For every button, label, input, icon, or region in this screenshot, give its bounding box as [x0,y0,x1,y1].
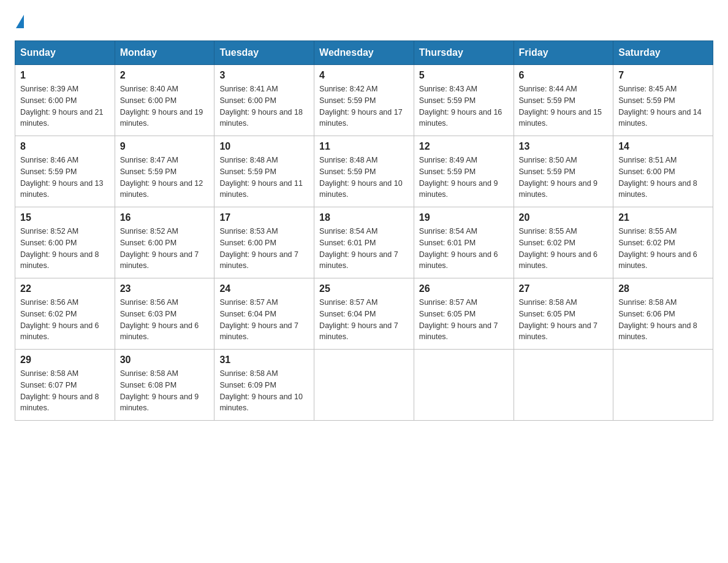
calendar-table: SundayMondayTuesdayWednesdayThursdayFrid… [15,40,713,421]
calendar-cell: 20 Sunrise: 8:55 AM Sunset: 6:02 PM Dayl… [514,207,613,278]
logo-triangle-icon [16,15,24,28]
day-info: Sunrise: 8:55 AM Sunset: 6:02 PM Dayligh… [519,226,609,272]
day-number: 4 [319,70,409,81]
day-info: Sunrise: 8:45 AM Sunset: 5:59 PM Dayligh… [618,83,708,129]
day-number: 9 [120,141,210,152]
day-info: Sunrise: 8:57 AM Sunset: 6:04 PM Dayligh… [319,297,409,343]
calendar-cell: 21 Sunrise: 8:55 AM Sunset: 6:02 PM Dayl… [613,207,713,278]
day-info: Sunrise: 8:53 AM Sunset: 6:00 PM Dayligh… [219,226,309,272]
day-info: Sunrise: 8:43 AM Sunset: 5:59 PM Dayligh… [419,83,509,129]
day-info: Sunrise: 8:58 AM Sunset: 6:09 PM Dayligh… [219,368,309,414]
day-info: Sunrise: 8:39 AM Sunset: 6:00 PM Dayligh… [20,83,110,129]
calendar-cell: 15 Sunrise: 8:52 AM Sunset: 6:00 PM Dayl… [15,207,115,278]
calendar-cell: 3 Sunrise: 8:41 AM Sunset: 6:00 PM Dayli… [214,65,314,136]
day-info: Sunrise: 8:49 AM Sunset: 5:59 PM Dayligh… [419,155,509,201]
day-info: Sunrise: 8:51 AM Sunset: 6:00 PM Dayligh… [618,155,708,201]
day-number: 19 [419,212,509,223]
calendar-header-saturday: Saturday [613,41,713,65]
calendar-cell: 23 Sunrise: 8:56 AM Sunset: 6:03 PM Dayl… [115,278,214,350]
day-info: Sunrise: 8:44 AM Sunset: 5:59 PM Dayligh… [519,83,609,129]
day-number: 23 [120,283,210,294]
calendar-cell [314,350,414,421]
calendar-cell: 31 Sunrise: 8:58 AM Sunset: 6:09 PM Dayl… [214,350,314,421]
calendar-cell: 16 Sunrise: 8:52 AM Sunset: 6:00 PM Dayl… [115,207,214,278]
day-info: Sunrise: 8:58 AM Sunset: 6:07 PM Dayligh… [20,368,110,414]
calendar-header-sunday: Sunday [15,41,115,65]
calendar-cell: 7 Sunrise: 8:45 AM Sunset: 5:59 PM Dayli… [613,65,713,136]
day-number: 14 [618,141,708,152]
day-number: 30 [120,354,210,366]
calendar-cell: 13 Sunrise: 8:50 AM Sunset: 5:59 PM Dayl… [514,136,613,207]
calendar-cell: 1 Sunrise: 8:39 AM Sunset: 6:00 PM Dayli… [15,65,115,136]
day-number: 12 [419,141,509,152]
day-number: 1 [20,70,110,81]
calendar-cell: 17 Sunrise: 8:53 AM Sunset: 6:00 PM Dayl… [214,207,314,278]
calendar-cell: 29 Sunrise: 8:58 AM Sunset: 6:07 PM Dayl… [15,350,115,421]
calendar-cell [414,350,514,421]
calendar-cell: 2 Sunrise: 8:40 AM Sunset: 6:00 PM Dayli… [115,65,214,136]
day-info: Sunrise: 8:48 AM Sunset: 5:59 PM Dayligh… [219,155,309,201]
calendar-cell: 22 Sunrise: 8:56 AM Sunset: 6:02 PM Dayl… [15,278,115,350]
day-info: Sunrise: 8:46 AM Sunset: 5:59 PM Dayligh… [20,155,110,201]
day-number: 26 [419,283,509,294]
calendar-cell: 12 Sunrise: 8:49 AM Sunset: 5:59 PM Dayl… [414,136,514,207]
day-info: Sunrise: 8:50 AM Sunset: 5:59 PM Dayligh… [519,155,609,201]
day-number: 17 [219,212,309,223]
day-number: 5 [419,70,509,81]
day-number: 10 [219,141,309,152]
day-info: Sunrise: 8:41 AM Sunset: 6:00 PM Dayligh… [219,83,309,129]
calendar-cell: 26 Sunrise: 8:57 AM Sunset: 6:05 PM Dayl… [414,278,514,350]
calendar-header-friday: Friday [514,41,613,65]
day-info: Sunrise: 8:58 AM Sunset: 6:08 PM Dayligh… [120,368,210,414]
day-number: 6 [519,70,609,81]
day-number: 3 [219,70,309,81]
day-number: 11 [319,141,409,152]
calendar-cell: 11 Sunrise: 8:48 AM Sunset: 5:59 PM Dayl… [314,136,414,207]
calendar-cell: 27 Sunrise: 8:58 AM Sunset: 6:05 PM Dayl… [514,278,613,350]
calendar-cell: 10 Sunrise: 8:48 AM Sunset: 5:59 PM Dayl… [214,136,314,207]
calendar-header-row: SundayMondayTuesdayWednesdayThursdayFrid… [15,41,713,65]
day-number: 8 [20,141,110,152]
calendar-header-thursday: Thursday [414,41,514,65]
calendar-week-row: 22 Sunrise: 8:56 AM Sunset: 6:02 PM Dayl… [15,278,713,350]
day-info: Sunrise: 8:47 AM Sunset: 5:59 PM Dayligh… [120,155,210,201]
day-number: 15 [20,212,110,223]
calendar-cell: 18 Sunrise: 8:54 AM Sunset: 6:01 PM Dayl… [314,207,414,278]
day-info: Sunrise: 8:55 AM Sunset: 6:02 PM Dayligh… [618,226,708,272]
calendar-cell: 25 Sunrise: 8:57 AM Sunset: 6:04 PM Dayl… [314,278,414,350]
day-info: Sunrise: 8:52 AM Sunset: 6:00 PM Dayligh… [120,226,210,272]
calendar-cell: 19 Sunrise: 8:54 AM Sunset: 6:01 PM Dayl… [414,207,514,278]
calendar-cell: 24 Sunrise: 8:57 AM Sunset: 6:04 PM Dayl… [214,278,314,350]
calendar-week-row: 29 Sunrise: 8:58 AM Sunset: 6:07 PM Dayl… [15,350,713,421]
day-number: 21 [618,212,708,223]
day-number: 22 [20,283,110,294]
day-number: 7 [618,70,708,81]
calendar-cell: 6 Sunrise: 8:44 AM Sunset: 5:59 PM Dayli… [514,65,613,136]
calendar-cell: 5 Sunrise: 8:43 AM Sunset: 5:59 PM Dayli… [414,65,514,136]
day-info: Sunrise: 8:54 AM Sunset: 6:01 PM Dayligh… [419,226,509,272]
day-info: Sunrise: 8:48 AM Sunset: 5:59 PM Dayligh… [319,155,409,201]
day-info: Sunrise: 8:42 AM Sunset: 5:59 PM Dayligh… [319,83,409,129]
calendar-cell: 9 Sunrise: 8:47 AM Sunset: 5:59 PM Dayli… [115,136,214,207]
day-info: Sunrise: 8:56 AM Sunset: 6:02 PM Dayligh… [20,297,110,343]
day-number: 16 [120,212,210,223]
logo [15,15,24,29]
calendar-cell: 4 Sunrise: 8:42 AM Sunset: 5:59 PM Dayli… [314,65,414,136]
calendar-header-tuesday: Tuesday [214,41,314,65]
calendar-cell: 28 Sunrise: 8:58 AM Sunset: 6:06 PM Dayl… [613,278,713,350]
day-number: 31 [219,354,309,366]
day-number: 24 [219,283,309,294]
day-number: 13 [519,141,609,152]
calendar-cell [613,350,713,421]
calendar-cell: 14 Sunrise: 8:51 AM Sunset: 6:00 PM Dayl… [613,136,713,207]
day-number: 20 [519,212,609,223]
day-info: Sunrise: 8:56 AM Sunset: 6:03 PM Dayligh… [120,297,210,343]
day-info: Sunrise: 8:58 AM Sunset: 6:05 PM Dayligh… [519,297,609,343]
calendar-header-monday: Monday [115,41,214,65]
day-info: Sunrise: 8:57 AM Sunset: 6:05 PM Dayligh… [419,297,509,343]
day-info: Sunrise: 8:57 AM Sunset: 6:04 PM Dayligh… [219,297,309,343]
calendar-week-row: 1 Sunrise: 8:39 AM Sunset: 6:00 PM Dayli… [15,65,713,136]
day-number: 28 [618,283,708,294]
day-number: 29 [20,354,110,366]
calendar-cell [514,350,613,421]
